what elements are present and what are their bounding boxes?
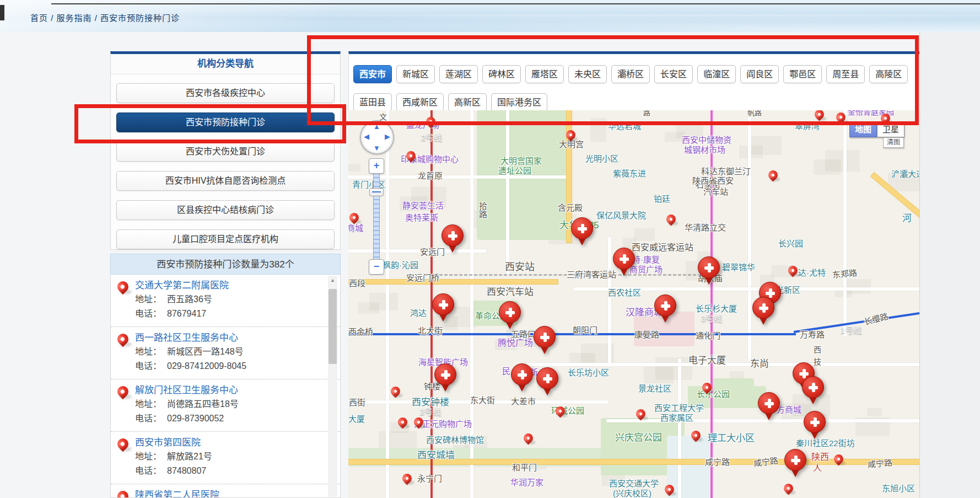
location-pin-icon xyxy=(115,279,131,294)
tab-高陵区[interactable]: 高陵区 xyxy=(869,65,908,83)
scrollbar-thumb[interactable] xyxy=(329,289,337,364)
map-type-sub-option[interactable]: 清图 xyxy=(883,137,904,148)
map-pan-control[interactable]: ▲ ▼ ◀ ▶ xyxy=(360,120,394,154)
map-label: 长缨路 xyxy=(863,312,889,327)
tab-鄠邑区[interactable]: 鄠邑区 xyxy=(783,65,822,83)
map-pin-marker[interactable] xyxy=(766,168,779,181)
map-label: 大厦 xyxy=(348,414,365,424)
sidebar-item-5[interactable]: 儿童口腔项目定点医疗机构 xyxy=(116,229,335,249)
metro-line1 xyxy=(348,333,796,335)
clinic-cluster-marker[interactable] xyxy=(534,326,556,356)
clinic-item: 陕西省第二人民医院地址：尚勤路3号 xyxy=(111,484,340,498)
sidebar-item-1[interactable]: 西安市预防接种门诊 xyxy=(116,113,335,132)
map-road xyxy=(748,110,751,361)
cluster-cross-icon xyxy=(534,326,556,348)
baidu-map[interactable]: 华远君城光明小区紫薇东进铂廷保亿风景大院青门小区枫韵·沁园西农社区碧翠锦华长乐杉… xyxy=(348,110,919,498)
clinic-cluster-marker[interactable] xyxy=(511,363,533,393)
map-building-block xyxy=(634,228,655,241)
map-label: 西农社区 xyxy=(608,288,641,298)
clinic-name-link[interactable]: 陕西省第二人民医院 xyxy=(135,489,324,498)
tab-雁塔区[interactable]: 雁塔区 xyxy=(525,65,564,83)
clinic-cluster-marker[interactable] xyxy=(804,411,826,441)
map-label: 帆路 xyxy=(747,110,762,118)
clinic-cluster-marker[interactable] xyxy=(758,392,780,422)
map-pin-marker[interactable] xyxy=(812,110,826,121)
map-pin-marker[interactable] xyxy=(782,481,795,495)
sidebar-item-4[interactable]: 区县疾控中心结核病门诊 xyxy=(116,200,335,220)
tab-新城区[interactable]: 新城区 xyxy=(396,65,435,83)
breadcrumb[interactable]: 首页 / 服务指南 / 西安市预防接种门诊 xyxy=(30,12,180,23)
clinic-phone: 电话：87679417 xyxy=(135,307,324,321)
map-label: 鸿达 xyxy=(410,308,427,318)
map-pin-marker[interactable] xyxy=(400,472,413,485)
clinic-cluster-marker[interactable] xyxy=(441,224,464,254)
clinic-cluster-marker[interactable] xyxy=(752,297,774,326)
map-road xyxy=(678,358,681,498)
clinic-item: 交通大学第二附属医院地址：西五路36号电话：87679417 xyxy=(111,275,340,327)
map-label: 西段 xyxy=(349,279,365,288)
clinic-cluster-marker[interactable] xyxy=(698,256,720,286)
tab-国际港务区[interactable]: 国际港务区 xyxy=(491,93,547,111)
clinic-name-link[interactable]: 西一路社区卫生服务中心 xyxy=(135,331,324,345)
tab-高新区[interactable]: 高新区 xyxy=(448,93,487,111)
map-pin-marker[interactable] xyxy=(521,431,535,445)
clinic-cluster-marker[interactable] xyxy=(432,293,454,323)
clinic-cluster-marker[interactable] xyxy=(536,367,558,397)
pan-down-icon[interactable]: ▼ xyxy=(373,144,380,152)
clinic-name-link[interactable]: 交通大学第二附属医院 xyxy=(135,279,324,292)
tab-碑林区[interactable]: 碑林区 xyxy=(482,65,521,83)
clinic-cluster-marker[interactable] xyxy=(802,376,824,406)
tab-蓝田县[interactable]: 蓝田县 xyxy=(353,93,392,111)
zoom-slider-thumb[interactable] xyxy=(369,188,384,196)
tab-长安区[interactable]: 长安区 xyxy=(654,65,693,83)
map-label: 西街 xyxy=(349,398,365,408)
tab-莲湖区[interactable]: 莲湖区 xyxy=(439,65,478,83)
pan-up-icon[interactable]: ▲ xyxy=(373,122,380,131)
map-label: 铂廷 xyxy=(654,194,670,204)
cluster-cross-icon xyxy=(434,363,456,385)
clinic-cluster-marker[interactable] xyxy=(571,217,593,247)
clinic-list: 交通大学第二附属医院地址：西五路36号电话：87679417西一路社区卫生服务中… xyxy=(111,275,340,498)
tab-西安市[interactable]: 西安市 xyxy=(353,65,392,83)
clinic-cluster-marker[interactable] xyxy=(434,363,456,393)
sidebar-item-3[interactable]: 西安市HIV抗体自愿咨询检测点 xyxy=(116,171,335,191)
clinic-address: 地址：尚德路五四巷18号 xyxy=(135,397,324,411)
map-label: 陕西 xyxy=(811,452,829,462)
clinic-cluster-marker[interactable] xyxy=(613,248,635,277)
tab-临潼区[interactable]: 临潼区 xyxy=(697,65,736,83)
cluster-cross-icon xyxy=(613,248,635,270)
tab-未央区[interactable]: 未央区 xyxy=(568,65,607,83)
clinic-cluster-marker[interactable] xyxy=(499,301,521,331)
sidebar-item-2[interactable]: 西安市犬伤处置门诊 xyxy=(116,142,335,162)
clinic-phone: 电话：029-87390052 xyxy=(135,411,324,426)
pan-right-icon[interactable]: ▶ xyxy=(385,132,390,141)
map-label: 华清路立交 xyxy=(685,223,726,233)
sidebar-item-0[interactable]: 西安市各级疾控中心 xyxy=(116,83,335,103)
map-label: 大明宫国家 xyxy=(500,156,542,166)
zoom-slider-track[interactable] xyxy=(373,173,380,260)
map-label: 龙首原 xyxy=(418,171,443,181)
map-type-satellite-button[interactable]: 卫星 xyxy=(877,122,904,137)
clinic-cluster-marker[interactable] xyxy=(784,449,806,479)
tab-西咸新区[interactable]: 西咸新区 xyxy=(396,93,444,111)
zoom-out-button[interactable]: − xyxy=(369,259,384,275)
clinic-name-link[interactable]: 解放门社区卫生服务中心 xyxy=(135,384,324,397)
tab-阎良区[interactable]: 阎良区 xyxy=(740,65,779,83)
map-label: 东大街 xyxy=(470,395,495,405)
map-label: 碧翠锦华 xyxy=(722,263,755,272)
tab-周至县[interactable]: 周至县 xyxy=(826,65,865,83)
scroll-up-icon[interactable]: ▲ xyxy=(328,276,337,285)
clinic-cluster-marker[interactable] xyxy=(654,294,676,324)
map-pin-marker[interactable] xyxy=(348,211,361,224)
tab-灞桥区[interactable]: 灞桥区 xyxy=(611,65,650,83)
clinic-name-link[interactable]: 西安市第四医院 xyxy=(135,436,324,449)
map-label: 通化门 xyxy=(696,331,720,341)
map-pin-marker[interactable] xyxy=(389,384,402,398)
map-type-map-button[interactable]: 地图 xyxy=(849,122,877,137)
list-scrollbar[interactable]: ▲ xyxy=(328,276,337,497)
map-pin-marker[interactable] xyxy=(664,212,677,226)
zoom-in-button[interactable]: + xyxy=(369,158,384,174)
pan-left-icon[interactable]: ◀ xyxy=(364,132,369,141)
map-label: 西安威远客运站 xyxy=(632,243,693,253)
map-label: 西安站 xyxy=(505,262,535,272)
